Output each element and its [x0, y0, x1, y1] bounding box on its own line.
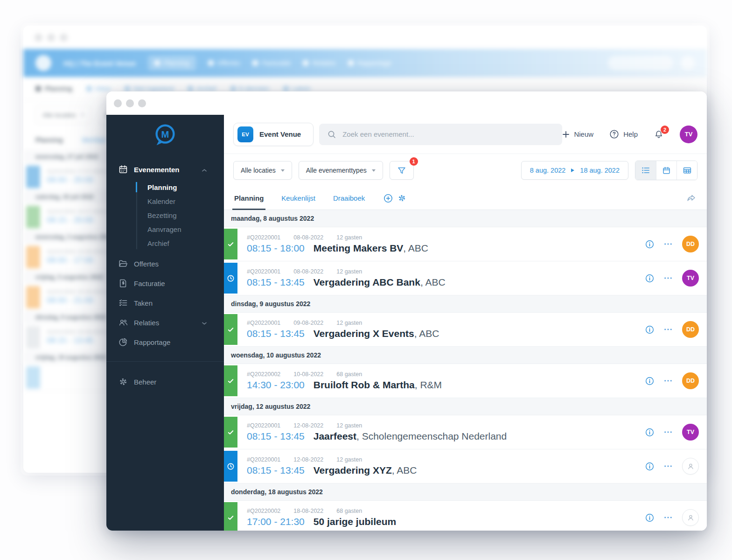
user-avatar[interactable]: TV	[680, 126, 697, 143]
tab-keukenlijst[interactable]: Keukenlijst	[278, 187, 319, 210]
link-e-diensten[interactable]: E-diensten	[230, 85, 270, 92]
traffic-light-dot[interactable]	[114, 99, 122, 107]
tab-draaiboek[interactable]: Draaiboek	[329, 187, 369, 210]
sidebar-item-offertes[interactable]: Offertes	[106, 254, 224, 273]
avatar[interactable]	[681, 56, 695, 70]
logo-icon: M	[152, 121, 179, 148]
link-inbox[interactable]: Inbox	[86, 85, 111, 92]
more-icon[interactable]	[664, 277, 672, 280]
status-pending-block	[224, 263, 237, 294]
tab-planning[interactable]: Planning	[230, 187, 267, 210]
tab-werklijst[interactable]: Werklijst	[82, 136, 106, 144]
share-button[interactable]	[687, 194, 696, 202]
event-guests: 12 gasten	[336, 422, 362, 429]
event-client: , ABC	[414, 328, 439, 339]
question-circle-icon	[609, 129, 619, 139]
status-block	[26, 206, 40, 228]
avatar-unassigned[interactable]	[682, 458, 699, 475]
nav-item-planning[interactable]: Planning	[148, 56, 196, 70]
date-to: 18 aug. 2022	[580, 167, 620, 174]
search-input[interactable]: Zoek een evenement...	[319, 124, 562, 145]
list-view-button[interactable]	[635, 161, 656, 180]
more-icon[interactable]	[664, 465, 672, 468]
nav-item-rapportage[interactable]: Rapportage	[348, 59, 391, 67]
help-button[interactable]: Help	[609, 129, 638, 139]
event-row[interactable]: #Q20220002 18-08-2022 68 gasten 17:00 - …	[224, 501, 707, 531]
avatar-unassigned[interactable]	[682, 509, 699, 526]
traffic-light-dot[interactable]	[60, 34, 68, 42]
event-row[interactable]: #Q20220001 09-08-2022 12 gasten 08:15 - …	[224, 313, 707, 347]
filters-button[interactable]: 1	[390, 161, 414, 180]
sidebar-subitem-planning[interactable]: Planning	[106, 180, 224, 194]
tab-settings-button[interactable]	[397, 194, 406, 203]
notifications-button[interactable]: 2	[654, 130, 664, 139]
search-input[interactable]	[608, 56, 673, 70]
sidebar: M Evenementen Planning Kalender Bezettin…	[106, 115, 224, 531]
event-row[interactable]: #Q20220001 12-08-2022 12 gasten 08:15 - …	[224, 415, 707, 449]
traffic-light-dot[interactable]	[138, 99, 146, 107]
app-logo[interactable]: M	[152, 121, 179, 150]
nav-item-facturatie[interactable]: Facturatie	[252, 59, 291, 67]
avatar[interactable]: TV	[682, 270, 699, 287]
sidebar-item-evenementen[interactable]: Evenementen	[106, 161, 224, 178]
info-icon[interactable]	[645, 274, 654, 283]
sidebar-item-label: Beheer	[134, 378, 156, 386]
locations-dropdown[interactable]: Alle locaties	[233, 161, 292, 180]
add-tab-button[interactable]	[383, 194, 393, 203]
info-icon[interactable]	[645, 377, 654, 385]
sidebar-subitem-aanvragen[interactable]: Aanvragen	[106, 222, 224, 236]
ellipsis-icon	[664, 516, 672, 519]
avatar[interactable]: TV	[682, 424, 699, 441]
status-pending-block	[224, 451, 237, 482]
more-icon[interactable]	[664, 328, 672, 331]
sidebar-subitem-kalender[interactable]: Kalender	[106, 194, 224, 208]
event-types-label: Alle evenementtypes	[306, 167, 367, 174]
event-row[interactable]: #Q20220001 08-08-2022 12 gasten 08:15 - …	[224, 261, 707, 295]
person-icon	[687, 462, 695, 470]
sidebar-subitem-archief[interactable]: Archief	[106, 236, 224, 250]
nav-item-relaties[interactable]: Relaties	[303, 59, 336, 67]
ellipsis-icon	[664, 379, 672, 382]
more-icon[interactable]	[664, 243, 672, 245]
sidebar-item-rapportage[interactable]: Rapportage	[106, 332, 224, 352]
more-icon[interactable]	[664, 379, 672, 382]
traffic-light-dot[interactable]	[47, 34, 55, 42]
traffic-light-dot[interactable]	[35, 34, 42, 42]
workspace-switcher[interactable]: HQ | The Event Venue	[63, 59, 136, 67]
locations-dropdown[interactable]: Alle locaties	[35, 106, 91, 124]
sidebar-item-label: Taken	[134, 299, 153, 307]
avatar[interactable]: DD	[682, 321, 699, 338]
event-row[interactable]: #Q20220001 12-08-2022 12 gasten 08:15 - …	[224, 449, 707, 483]
calendar-view-button[interactable]	[656, 161, 676, 180]
more-icon[interactable]	[664, 516, 672, 519]
info-icon[interactable]	[645, 325, 654, 334]
sidebar-item-beheer[interactable]: Beheer	[106, 372, 224, 392]
info-icon[interactable]	[645, 513, 654, 522]
avatar[interactable]: DD	[682, 372, 699, 389]
sidebar-item-taken[interactable]: Taken	[106, 293, 224, 313]
event-types-dropdown[interactable]: Alle evenementtypes	[299, 161, 383, 180]
new-event-button[interactable]: Nieuw	[562, 130, 593, 138]
more-icon[interactable]	[664, 431, 672, 434]
info-icon[interactable]	[645, 462, 654, 471]
sidebar-item-relaties[interactable]: Relaties	[106, 313, 224, 332]
event-row[interactable]: #Q20220002 10-08-2022 68 gasten 14:30 - …	[224, 364, 707, 398]
link-labels[interactable]: Labels	[283, 85, 311, 92]
info-icon[interactable]	[645, 428, 654, 437]
event-id: #Q20220001	[247, 320, 280, 326]
event-row[interactable]: #Q20220001 08-08-2022 12 gasten 08:15 - …	[224, 227, 707, 261]
sidebar-subitem-bezetting[interactable]: Bezetting	[106, 208, 224, 222]
avatar[interactable]: DD	[682, 236, 699, 252]
info-icon[interactable]	[645, 240, 654, 249]
tab-planning[interactable]: Planning	[35, 136, 63, 144]
date-range-picker[interactable]: 8 aug. 2022 18 aug. 2022	[521, 161, 628, 180]
traffic-light-dot[interactable]	[126, 99, 134, 107]
nav-item-offertes[interactable]: Offertes	[208, 59, 241, 67]
link-archief[interactable]: Archief	[188, 85, 216, 92]
link-niet-ingepland[interactable]: Niet ingepland	[125, 85, 174, 92]
table-view-button[interactable]	[676, 161, 697, 180]
calendar-view-icon	[662, 167, 670, 175]
nav-item-icon	[303, 60, 308, 66]
workspace-selector[interactable]: EV Event Venue	[233, 123, 314, 146]
sidebar-item-facturatie[interactable]: Facturatie	[106, 273, 224, 293]
